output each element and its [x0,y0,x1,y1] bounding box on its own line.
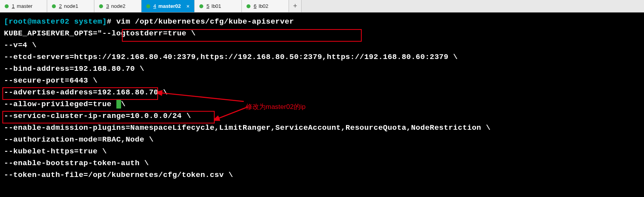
tab-node2[interactable]: 3 node2 [94,0,142,12]
config-line: --service-cluster-ip-range=10.0.0.0/24 \ [4,110,640,122]
tab-label: 2 node1 [59,3,78,9]
status-dot-icon [99,4,103,8]
prompt-user: [root@master02 [4,17,74,26]
tab-label: 5 lb01 [206,3,221,9]
config-line: --allow-privileged=true \ [4,98,640,110]
config-line: --secure-port=6443 \ [4,75,640,87]
config-line: --bind-address=192.168.80.70 \ [4,63,640,75]
status-dot-icon [5,4,9,8]
tab-bar: 1 master2 node13 node24 master02×5 lb016… [0,0,644,13]
tab-lb01[interactable]: 5 lb01 [195,0,242,12]
prompt-line: [root@master02 system]# vim /opt/kuberne… [4,16,640,28]
status-dot-icon [199,4,203,8]
cursor-icon [116,100,121,109]
status-dot-icon [146,4,150,8]
config-line: --authorization-mode=RBAC,Node \ [4,134,640,145]
annotation-label: 修改为master02的ip [246,101,305,113]
tab-label: 1 master [12,3,33,9]
tab-label: 6 lb02 [254,3,268,9]
config-line: --advertise-address=192.168.80.70 \ [4,87,640,98]
tab-master02[interactable]: 4 master02× [142,0,195,12]
config-line: --token-auth-file=/opt/kubernetes/cfg/to… [4,169,640,181]
config-line: KUBE_APISERVER_OPTS="--logtostderr=true … [4,28,640,39]
config-line: --v=4 \ [4,39,640,51]
command-text: vim /opt/kubernetes/cfg/kube-apiserver [116,17,294,26]
tab-master[interactable]: 1 master [0,0,47,12]
tab-node1[interactable]: 2 node1 [47,0,94,12]
close-icon[interactable]: × [186,3,190,9]
config-line: --kubelet-https=true \ [4,145,640,157]
config-line: --etcd-servers=https://192.168.80.40:237… [4,51,640,63]
prompt-path: system] [74,17,107,26]
config-line: --enable-bootstrap-token-auth \ [4,157,640,169]
tab-label: 3 node2 [106,3,125,9]
config-block: KUBE_APISERVER_OPTS="--logtostderr=true … [4,28,640,181]
tab-label: 4 master02 [153,3,181,9]
terminal-area[interactable]: [root@master02 system]# vim /opt/kuberne… [0,13,644,181]
config-line: --enable-admission-plugins=NamespaceLife… [4,122,640,134]
status-dot-icon [247,4,250,8]
tab-lb02[interactable]: 6 lb02 [242,0,289,12]
add-tab-button[interactable]: + [289,0,302,12]
status-dot-icon [52,4,56,8]
prompt-hash: # [107,17,116,26]
